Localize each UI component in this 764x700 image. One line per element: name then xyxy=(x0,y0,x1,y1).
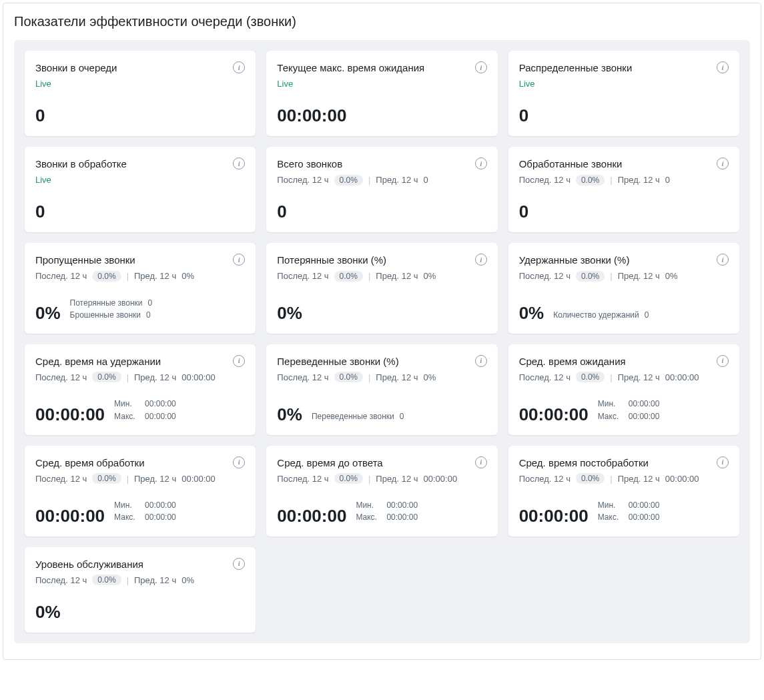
info-icon[interactable]: i xyxy=(475,157,487,169)
max-label: Макс. xyxy=(114,411,139,422)
kpi-card-lost-calls-pct: Потерянные звонки (%)iПослед. 12 ч0.0%|П… xyxy=(266,243,497,334)
info-icon[interactable]: i xyxy=(717,61,729,73)
card-title: Сред. время на удержании xyxy=(35,355,161,368)
primary-value: 0 xyxy=(519,107,528,124)
prev12h-value: 00:00:00 xyxy=(665,372,699,382)
primary-value: 0 xyxy=(35,203,45,220)
card-body: 0%Количество удержаний0 xyxy=(519,288,729,322)
info-icon[interactable]: i xyxy=(233,558,245,570)
separator: | xyxy=(610,372,612,382)
prev12h-value: 0 xyxy=(665,175,670,185)
kpi-card-distributed-calls: Распределенные звонкиiLive0 xyxy=(508,51,739,136)
stats-subline: Послед. 12 ч0.0%|Пред. 12 ч00:00:00 xyxy=(277,473,486,484)
info-icon[interactable]: i xyxy=(233,61,245,73)
min-value: 00:00:00 xyxy=(629,398,660,409)
max-label: Макс. xyxy=(356,512,381,522)
stats-subline: Послед. 12 ч0.0%|Пред. 12 ч00:00:00 xyxy=(35,473,245,484)
card-body: 0% xyxy=(277,288,486,322)
live-indicator: Live xyxy=(35,79,245,89)
card-body: 00:00:00 xyxy=(277,91,486,124)
separator: | xyxy=(368,271,370,281)
min-value: 00:00:00 xyxy=(145,500,176,510)
last12h-label: Послед. 12 ч xyxy=(519,271,570,281)
min-label: Мин. xyxy=(598,398,623,409)
minmax-details: Мин.00:00:00Макс.00:00:00 xyxy=(598,500,660,524)
detail-value: 0 xyxy=(400,411,404,422)
card-title: Звонки в обработке xyxy=(35,157,127,171)
card-head: Обработанные звонкиi xyxy=(519,157,729,171)
prev12h-label: Пред. 12 ч xyxy=(376,175,418,185)
max-value: 00:00:00 xyxy=(629,512,660,522)
kpi-card-held-calls-pct: Удержанные звонки (%)iПослед. 12 ч0.0%|П… xyxy=(508,243,739,334)
prev12h-label: Пред. 12 ч xyxy=(618,271,660,281)
change-pill: 0.0% xyxy=(92,271,121,282)
card-head: Потерянные звонки (%)i xyxy=(277,254,486,267)
card-head: Сред. время на удержанииi xyxy=(35,355,245,368)
card-body: 00:00:00Мин.00:00:00Макс.00:00:00 xyxy=(519,484,729,524)
card-body: 00:00:00Мин.00:00:00Макс.00:00:00 xyxy=(277,484,486,524)
separator: | xyxy=(127,271,129,281)
card-title: Всего звонков xyxy=(277,157,342,171)
card-head: Сред. время постобработкиi xyxy=(519,456,729,470)
kpi-card-calls-in-queue: Звонки в очередиiLive0 xyxy=(25,51,256,136)
min-value: 00:00:00 xyxy=(629,500,660,510)
card-head: Сред. время обработкиi xyxy=(35,456,245,470)
separator: | xyxy=(368,372,370,382)
card-head: Распределенные звонкиi xyxy=(519,61,729,75)
minmax-details: Мин.00:00:00Макс.00:00:00 xyxy=(356,500,418,524)
prev12h-label: Пред. 12 ч xyxy=(618,474,660,484)
detail-label: Переведенные звонки xyxy=(312,411,394,422)
info-icon[interactable]: i xyxy=(233,254,245,266)
info-icon[interactable]: i xyxy=(717,157,729,169)
prev12h-value: 00:00:00 xyxy=(181,474,216,484)
info-icon[interactable]: i xyxy=(475,61,487,73)
separator: | xyxy=(368,474,370,484)
kpi-card-missed-calls: Пропущенные звонкиiПослед. 12 ч0.0%|Пред… xyxy=(25,243,256,334)
card-title: Звонки в очереди xyxy=(35,61,117,75)
change-pill: 0.0% xyxy=(334,372,363,382)
stats-subline: Послед. 12 ч0.0%|Пред. 12 ч0% xyxy=(277,271,486,282)
info-icon[interactable]: i xyxy=(475,254,487,266)
change-pill: 0.0% xyxy=(576,271,605,282)
card-head: Текущее макс. время ожиданияi xyxy=(277,61,486,75)
info-icon[interactable]: i xyxy=(717,456,729,468)
kpi-card-total-calls: Всего звонковiПослед. 12 ч0.0%|Пред. 12 … xyxy=(266,147,497,232)
info-icon[interactable]: i xyxy=(475,355,487,367)
prev12h-value: 00:00:00 xyxy=(181,372,216,382)
card-body: 0 xyxy=(277,187,486,220)
info-icon[interactable]: i xyxy=(233,355,245,367)
kpi-card-current-max-wait: Текущее макс. время ожиданияiLive00:00:0… xyxy=(266,51,497,136)
info-icon[interactable]: i xyxy=(475,456,487,468)
card-body: 0%Потерянные звонки0Брошенные звонки0 xyxy=(35,282,245,322)
card-body: 0 xyxy=(35,91,245,124)
info-icon[interactable]: i xyxy=(717,355,729,367)
primary-value: 00:00:00 xyxy=(519,406,589,423)
prev12h-label: Пред. 12 ч xyxy=(618,372,660,382)
primary-value: 00:00:00 xyxy=(35,406,105,423)
last12h-label: Послед. 12 ч xyxy=(519,175,570,185)
max-value: 00:00:00 xyxy=(386,512,418,522)
live-indicator: Live xyxy=(277,79,486,89)
prev12h-label: Пред. 12 ч xyxy=(134,372,176,382)
stats-subline: Послед. 12 ч0.0%|Пред. 12 ч0 xyxy=(519,175,729,186)
card-head: Сред. время ожиданияi xyxy=(519,355,729,368)
max-label: Макс. xyxy=(598,411,623,422)
kpi-card-avg-hold-time: Сред. время на удержанииiПослед. 12 ч0.0… xyxy=(25,344,256,435)
min-label: Мин. xyxy=(114,500,139,510)
stats-subline: Послед. 12 ч0.0%|Пред. 12 ч0 xyxy=(277,175,486,186)
card-title: Сред. время ожидания xyxy=(519,355,626,368)
info-icon[interactable]: i xyxy=(233,456,245,468)
panel-title: Показатели эффективности очереди (звонки… xyxy=(14,14,750,29)
card-head: Удержанные звонки (%)i xyxy=(519,254,729,267)
separator: | xyxy=(610,175,612,185)
stats-subline: Послед. 12 ч0.0%|Пред. 12 ч0% xyxy=(519,271,729,282)
detail-label: Брошенные звонки xyxy=(70,310,141,320)
primary-value: 00:00:00 xyxy=(277,507,346,524)
min-label: Мин. xyxy=(114,398,139,409)
kpi-card-avg-handle-time: Сред. время обработкиiПослед. 12 ч0.0%|П… xyxy=(25,446,256,537)
info-icon[interactable]: i xyxy=(717,254,729,266)
primary-value: 00:00:00 xyxy=(35,507,105,524)
prev12h-label: Пред. 12 ч xyxy=(134,474,176,484)
info-icon[interactable]: i xyxy=(233,157,245,169)
card-body: 00:00:00Мин.00:00:00Макс.00:00:00 xyxy=(519,382,729,422)
